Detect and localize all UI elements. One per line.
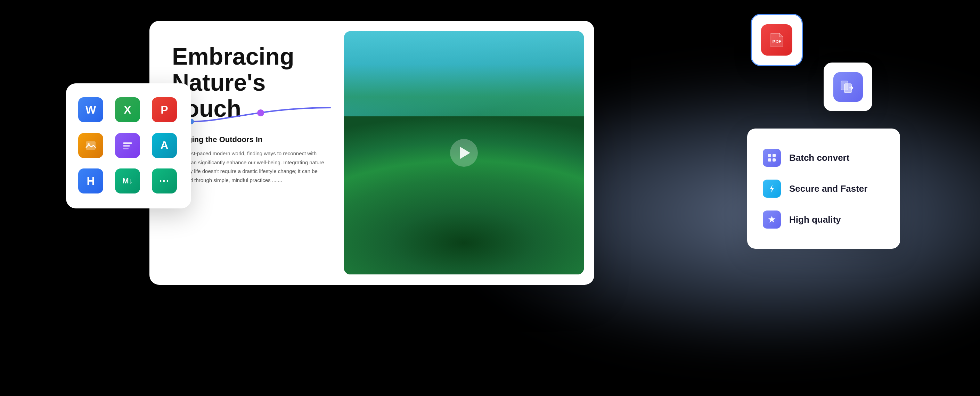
svg-rect-6 (123, 148, 129, 149)
pdf-icon: PDF (761, 24, 792, 56)
svg-rect-14 (773, 154, 776, 157)
video-panel[interactable] (344, 31, 584, 274)
svg-rect-5 (123, 145, 130, 146)
feature-item-secure: Secure and Faster (763, 173, 885, 204)
article-section: Bringing the Outdoors In In our fast-pac… (172, 135, 325, 184)
app-icon-image[interactable] (78, 133, 103, 158)
high-quality-icon (763, 210, 781, 229)
app-icon-powerpoint[interactable]: P (152, 97, 177, 122)
connection-line (191, 104, 330, 140)
pdf-card: PDF (751, 14, 803, 66)
app-icon-writer[interactable]: A (152, 133, 177, 158)
svg-rect-4 (123, 142, 132, 144)
svg-rect-13 (768, 154, 771, 157)
secure-faster-label: Secure and Faster (789, 183, 867, 194)
high-quality-label: High quality (789, 214, 841, 225)
feature-item-quality: High quality (763, 204, 885, 235)
article-body: In our fast-paced modern world, finding … (172, 149, 325, 184)
app-icon-excel[interactable]: X (115, 97, 140, 122)
features-card: Batch convert Secure and Faster High qua… (747, 129, 900, 249)
app-icon-help[interactable]: H (78, 169, 103, 194)
apps-card: W X P A H M↓ ··· (66, 83, 191, 208)
svg-rect-16 (773, 158, 776, 162)
play-triangle-icon (460, 146, 470, 159)
batch-convert-icon (763, 149, 781, 167)
batch-convert-label: Batch convert (789, 153, 850, 163)
scene: Embracing Nature's Touch Bringing the Ou… (0, 0, 980, 396)
svg-rect-15 (768, 158, 771, 162)
feature-item-batch: Batch convert (763, 142, 885, 173)
secure-faster-icon (763, 180, 781, 198)
app-icon-markdown[interactable]: M↓ (115, 169, 140, 194)
app-icon-more[interactable]: ··· (152, 169, 177, 194)
convert-icon (834, 72, 863, 102)
svg-text:PDF: PDF (772, 39, 781, 44)
app-icon-word[interactable]: W (78, 97, 103, 122)
main-document-window: Embracing Nature's Touch Bringing the Ou… (150, 21, 594, 285)
convert-card (824, 62, 872, 111)
play-button[interactable] (450, 139, 478, 167)
app-icon-slides[interactable] (115, 133, 140, 158)
svg-point-1 (257, 110, 264, 116)
